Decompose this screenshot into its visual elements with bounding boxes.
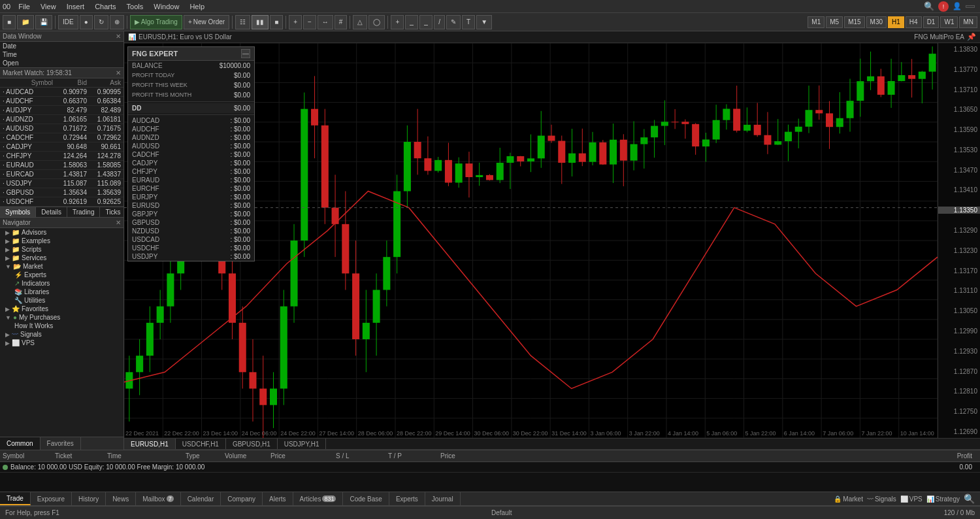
mw-row-cadchf[interactable]: · CADCHF 0.72944 0.72962 <box>0 133 123 142</box>
grid-button[interactable]: # <box>335 15 348 29</box>
tf-m30[interactable]: M30 <box>866 16 887 28</box>
mw-tab-details[interactable]: Details <box>36 207 67 217</box>
favorites-tab[interactable]: Favorites <box>41 437 81 450</box>
nav-examples[interactable]: ▶ 📁 Examples <box>0 237 123 245</box>
mw-row-usdchf[interactable]: · USDCHF 0.92619 0.92625 <box>0 197 123 207</box>
tf-d1[interactable]: D1 <box>923 16 939 28</box>
line-button[interactable]: ⎯ <box>405 15 418 29</box>
refresh-button[interactable]: ↻ <box>94 15 108 29</box>
mw-row-eurcad[interactable]: · EURCAD 1.43817 1.43837 <box>0 170 123 179</box>
tf-mn[interactable]: MN <box>959 16 977 28</box>
zoom-in-button[interactable]: + <box>289 15 302 29</box>
mw-row-chfjpy[interactable]: · CHFJPY 124.264 124.278 <box>0 152 123 161</box>
fit-button[interactable]: ↔ <box>318 15 333 29</box>
add-button[interactable]: ⊕ <box>110 15 124 29</box>
bar-chart-button[interactable]: ▮▮ <box>252 15 269 29</box>
zoom-out-button[interactable]: − <box>303 15 316 29</box>
mw-row-cadjpy[interactable]: · CADJPY 90.648 90.661 <box>0 142 123 152</box>
tf-m1[interactable]: M1 <box>808 16 825 28</box>
data-window-close[interactable]: ✕ <box>116 33 121 40</box>
nav-how-it-works[interactable]: How It Works <box>0 322 123 330</box>
market-link[interactable]: 🔒 Market <box>834 495 863 503</box>
fng-close-button[interactable]: — <box>241 49 250 58</box>
nav-advisors[interactable]: ▶ 📁 Advisors <box>0 228 123 237</box>
nav-experts[interactable]: ⚡ Experts <box>0 271 123 279</box>
tf-m5[interactable]: M5 <box>826 16 843 28</box>
toolbar-save[interactable]: 💾 <box>35 15 52 29</box>
tab-alerts[interactable]: Alerts <box>263 492 293 505</box>
tab-trade[interactable]: Trade <box>0 492 31 505</box>
objects-button[interactable]: ◯ <box>368 15 385 29</box>
tab-mailbox[interactable]: Mailbox 7 <box>136 492 180 505</box>
menu-insert[interactable]: Insert <box>61 3 90 10</box>
toolbar-open[interactable]: 📁 <box>17 15 34 29</box>
chart-tab-gbpusd[interactable]: GBPUSD,H1 <box>226 439 278 449</box>
mw-row-audusd[interactable]: · AUDUSD 0.71672 0.71675 <box>0 124 123 133</box>
mw-row-audnzd[interactable]: · AUDNZD 1.06165 1.06181 <box>0 115 123 124</box>
pen-button[interactable]: ✎ <box>446 15 461 29</box>
nav-favorites[interactable]: ▶ ⭐ Favorites <box>0 305 123 313</box>
menu-help[interactable]: Help <box>184 3 210 10</box>
nav-scripts[interactable]: ▶ 📁 Scripts <box>0 245 123 254</box>
nav-market[interactable]: ▼ 📂 Market <box>0 262 123 271</box>
mw-tab-trading[interactable]: Trading <box>67 207 101 217</box>
market-watch-close[interactable]: ✕ <box>116 69 121 76</box>
more-tools-button[interactable]: ▼ <box>476 15 492 29</box>
tab-calendar[interactable]: Calendar <box>181 492 221 505</box>
menu-charts[interactable]: Charts <box>90 3 121 10</box>
zoom-icon[interactable]: 🔍 <box>964 494 975 504</box>
toolbar-new[interactable]: ■ <box>3 15 16 29</box>
common-tab[interactable]: Common <box>0 437 41 450</box>
tab-codebase[interactable]: Code Base <box>343 492 389 505</box>
nav-my-purchases[interactable]: ▼ ● My Purchases <box>0 313 123 322</box>
mw-row-audcad[interactable]: · AUDCAD 0.90979 0.90995 <box>0 88 123 97</box>
vps-link[interactable]: ⬜ VPS <box>900 495 923 503</box>
nav-indicators[interactable]: ↗ Indicators <box>0 279 123 288</box>
tab-exposure[interactable]: Exposure <box>31 492 72 505</box>
menu-tools[interactable]: Tools <box>122 3 149 10</box>
user-button[interactable]: 👤 <box>953 2 962 10</box>
tf-h4[interactable]: H4 <box>906 16 922 28</box>
menu-window[interactable]: Window <box>148 3 184 10</box>
mw-row-usdjpy[interactable]: · USDJPY 115.087 115.089 <box>0 179 123 188</box>
menu-view[interactable]: View <box>35 3 61 10</box>
chart-tab-usdchf[interactable]: USDCHF,H1 <box>176 439 226 449</box>
tab-experts[interactable]: Experts <box>389 492 425 505</box>
radio-button[interactable]: ● <box>80 15 93 29</box>
text-button[interactable]: T <box>462 15 475 29</box>
tab-journal[interactable]: Journal <box>425 492 461 505</box>
tab-news[interactable]: News <box>106 492 136 505</box>
trend-button[interactable]: / <box>434 15 445 29</box>
tf-w1[interactable]: W1 <box>940 16 958 28</box>
tab-history[interactable]: History <box>72 492 106 505</box>
navigator-close[interactable]: ✕ <box>116 219 121 226</box>
chart-canvas-area[interactable]: FNG EXPERT — BALANCE $10000.00 PROFIT TO… <box>124 43 938 438</box>
ide-button[interactable]: IDE <box>58 15 78 29</box>
mw-row-gbpusd[interactable]: · GBPUSD 1.35634 1.35639 <box>0 188 123 197</box>
nav-libraries[interactable]: 📚 Libraries <box>0 288 123 296</box>
indicators-button[interactable]: △ <box>353 15 367 29</box>
signals-link[interactable]: 〰 Signals <box>867 495 896 503</box>
new-order-button[interactable]: + New Order <box>184 15 229 29</box>
nav-services[interactable]: ▶ 📁 Services <box>0 254 123 262</box>
chart-tab-eurusd[interactable]: EURUSD,H1 <box>124 439 176 449</box>
nav-utilities[interactable]: 🔧 Utilities <box>0 296 123 305</box>
tab-articles[interactable]: Articles 831 <box>293 492 344 505</box>
search-button[interactable]: 🔍 <box>924 1 934 11</box>
chart-properties-button[interactable]: ☷ <box>235 15 250 29</box>
chart-tab-usdjpy[interactable]: USDJPY,H1 <box>278 439 327 449</box>
mw-tab-ticks[interactable]: Ticks <box>100 207 124 217</box>
strategy-link[interactable]: 📊 Strategy <box>926 495 960 503</box>
crosshair-button[interactable]: + <box>391 15 404 29</box>
tf-m15[interactable]: M15 <box>844 16 864 28</box>
nav-vps[interactable]: ▶ ⬜ VPS <box>0 339 123 347</box>
mw-row-euraud[interactable]: · EURAUD 1.58063 1.58085 <box>0 161 123 170</box>
notification-badge[interactable]: ! <box>938 1 949 12</box>
hline-button[interactable]: ⎯ <box>419 15 433 29</box>
nav-signals[interactable]: ▶ 〰 Signals <box>0 330 123 339</box>
tf-h1[interactable]: H1 <box>888 16 904 28</box>
mw-row-audchf[interactable]: · AUDCHF 0.66370 0.66384 <box>0 97 123 106</box>
tab-company[interactable]: Company <box>221 492 263 505</box>
mw-row-audjpy[interactable]: · AUDJPY 82.479 82.489 <box>0 106 123 115</box>
menu-file[interactable]: File <box>13 3 35 10</box>
